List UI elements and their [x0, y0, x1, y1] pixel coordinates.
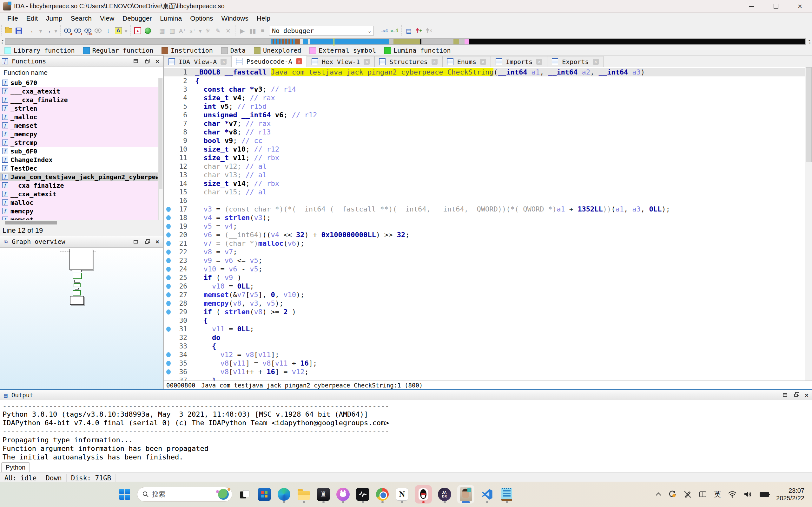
pseudocode-line[interactable]: 1_BOOL8 __fastcall Java_com_testjava_jac… [164, 68, 805, 76]
breakpoint-dot-icon[interactable] [166, 361, 171, 366]
book-icon[interactable]: ▤ [404, 26, 413, 36]
taskbar-app-vscode[interactable] [480, 485, 494, 504]
pseudocode-line[interactable]: 21 v7 = (char *)malloc(v6); [164, 239, 805, 248]
output-close-button[interactable]: × [804, 393, 809, 398]
menu-item-lumina[interactable]: Lumina [156, 13, 186, 23]
menu-item-view[interactable]: View [96, 13, 118, 23]
open-file-icon[interactable] [4, 26, 13, 36]
pseudocode-line[interactable]: 28 memcpy(v8, v3, v5); [164, 299, 805, 307]
breakpoint-dot-icon[interactable] [166, 224, 171, 229]
step-c-icon[interactable]: ⇥c [379, 26, 389, 36]
pseudocode-line[interactable]: 20 v6 = (__int64)((v4 << 32) + 0x1000000… [164, 230, 805, 239]
breakpoint-gutter[interactable] [164, 352, 173, 357]
taskbar-app-notepadpp[interactable] [500, 485, 514, 504]
pseudocode-line[interactable]: 33 { [164, 342, 805, 350]
graph-close-button[interactable]: × [155, 239, 160, 244]
taskbar-app-qq[interactable] [414, 485, 432, 504]
tray-expand-icon[interactable] [656, 493, 661, 498]
breakpoint-dot-icon[interactable] [166, 301, 171, 306]
pen-disabled-icon[interactable] [683, 490, 692, 498]
wifi-icon[interactable] [728, 491, 737, 498]
jump-down-icon[interactable]: ↓ [103, 26, 113, 36]
make-struct-icon[interactable]: s⁺ [188, 26, 197, 36]
pseudocode-line[interactable]: 27 memset(&v7[v5], 0, v10); [164, 290, 805, 299]
pseudocode-line[interactable]: 15 char v15; // al [164, 188, 805, 196]
breakpoint-dot-icon[interactable] [166, 370, 171, 375]
function-list-item[interactable]: f_strlen [0, 104, 163, 113]
breakpoint-gutter[interactable] [164, 267, 173, 272]
taskbar-clock[interactable]: 23:07 2025/2/22 [776, 487, 804, 502]
function-list-item[interactable]: fJava_com_testjava_jack_pingan2_cyberpea… [0, 172, 163, 181]
back-icon[interactable]: ← [28, 26, 38, 36]
functions-horizontal-scrollbar[interactable] [0, 220, 163, 225]
function-list-item[interactable]: fsub_670 [0, 78, 163, 87]
breakpoint-gutter[interactable] [164, 301, 173, 306]
breakpoint-gutter[interactable] [164, 232, 173, 237]
undefine-icon[interactable]: ✕ [223, 26, 233, 36]
pseudocode-line[interactable]: 14 size_t v14; // rbx [164, 179, 805, 188]
pseudocode-line[interactable]: 19 v5 = v4; [164, 222, 805, 230]
breakpoint-dot-icon[interactable] [166, 241, 171, 246]
graph-maximize-button[interactable] [133, 239, 139, 244]
tab-close-icon[interactable]: ✕ [480, 59, 486, 65]
taskbar-app-cat[interactable] [336, 485, 350, 504]
forward-icon[interactable]: → [44, 26, 53, 36]
tab-enums[interactable]: Enums✕ [442, 56, 491, 67]
breakpoint-gutter[interactable] [164, 275, 173, 280]
function-list-item[interactable]: fmalloc [0, 198, 163, 207]
pseudocode-line[interactable]: 23 v9 = v6 <= v5; [164, 256, 805, 265]
breakpoint-dot-icon[interactable] [166, 258, 171, 263]
search-binary-icon[interactable]: # [63, 26, 72, 36]
search-again-icon[interactable] [93, 26, 103, 36]
pseudocode-line[interactable]: 16 [164, 196, 805, 205]
tab-close-icon[interactable]: ✕ [536, 59, 542, 65]
tab-close-icon[interactable]: ✕ [364, 59, 370, 65]
pseudocode-line[interactable]: 3 const char *v3; // r14 [164, 85, 805, 94]
pseudocode-line[interactable]: 11 size_t v11; // rbx [164, 154, 805, 162]
tab-ida-view-a[interactable]: IDA View-A✕ [164, 56, 231, 67]
maximize-button[interactable] [764, 0, 788, 12]
pseudocode-line[interactable]: 8 char *v8; // r13 [164, 128, 805, 136]
functions-vertical-scrollbar[interactable] [158, 78, 163, 220]
breakpoint-gutter[interactable] [164, 361, 173, 366]
close-button[interactable]: × [788, 0, 812, 12]
debug-pause-icon[interactable]: ▮▮ [248, 26, 257, 36]
tab-close-icon[interactable]: ✕ [432, 59, 438, 65]
breakpoint-dot-icon[interactable] [166, 284, 171, 289]
function-list-item[interactable]: fsub_6F0 [0, 147, 163, 155]
breakpoint-gutter[interactable] [164, 258, 173, 263]
function-list-item[interactable]: f_memcpy [0, 130, 163, 138]
breakpoint-dot-icon[interactable] [166, 232, 171, 237]
taskbar-app-chrome[interactable] [375, 485, 390, 504]
pseudocode-line[interactable]: 17 v3 = (const char *)(*(__int64 (__fast… [164, 205, 805, 213]
make-data-icon[interactable]: ▥ [167, 26, 177, 36]
pseudocode-line[interactable]: 24 v10 = v6 - v5; [164, 265, 805, 273]
navband-right-arrows[interactable]: ▸◂ [807, 39, 812, 44]
back-dropdown-icon[interactable]: ▾ [38, 26, 43, 36]
search-sequence-icon[interactable]: 101 [83, 26, 93, 36]
pseudocode-line[interactable]: 18 v4 = strlen(v3); [164, 213, 805, 222]
breakpoint-gutter[interactable] [164, 327, 173, 332]
taskbar-app-game[interactable]: ♜ [316, 485, 331, 504]
menu-item-jump[interactable]: Jump [42, 13, 66, 23]
graph-overview-header[interactable]: ⧉ Graph overview × [0, 236, 163, 247]
breakpoint-dot-icon[interactable] [166, 249, 171, 255]
breakpoint-gutter[interactable] [164, 249, 173, 255]
breakpoint-gutter[interactable] [164, 309, 173, 315]
pseudocode-view[interactable]: 1_BOOL8 __fastcall Java_com_testjava_jac… [164, 67, 805, 381]
start-button[interactable] [117, 485, 132, 504]
pseudocode-line[interactable]: 9 bool v9; // cc [164, 136, 805, 145]
function-list-item[interactable]: fmemcpy [0, 207, 163, 215]
breakpoint-dot-icon[interactable] [166, 292, 171, 297]
breakpoint-gutter[interactable] [164, 370, 173, 375]
taskbar-app-task-view[interactable] [237, 485, 252, 504]
menu-item-search[interactable]: Search [66, 13, 96, 23]
taskbar-app-file-explorer[interactable] [296, 485, 311, 504]
debugger-selector[interactable]: No debugger ⌄ [269, 26, 374, 36]
tab-imports[interactable]: Imports✕ [491, 56, 547, 67]
menu-item-windows[interactable]: Windows [217, 13, 253, 23]
taskbar-app-edge[interactable] [277, 485, 291, 504]
function-list-item[interactable]: f_memset [0, 121, 163, 130]
pseudocode-line[interactable]: 7 char *v7; // rax [164, 119, 805, 128]
function-name-column-header[interactable]: Function name [0, 67, 163, 78]
